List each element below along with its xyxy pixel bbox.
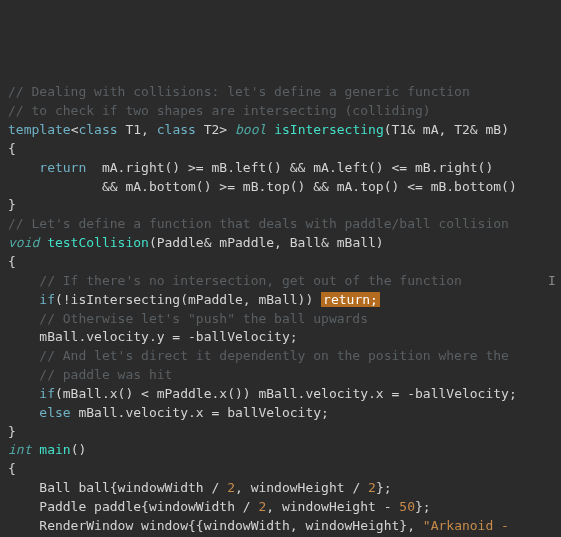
code-line: int main() [8, 441, 553, 460]
code-line: && mA.bottom() >= mB.top() && mA.top() <… [8, 178, 553, 197]
comment: // And let's direct it dependently on th… [8, 347, 553, 366]
code-line: void testCollision(Paddle& mPaddle, Ball… [8, 234, 553, 253]
code-line: else mBall.velocity.x = ballVelocity; [8, 404, 553, 423]
brace: { [8, 460, 553, 479]
comment: // paddle was hit [8, 366, 553, 385]
brace: } [8, 196, 553, 215]
code-line: mBall.velocity.y = -ballVelocity; [8, 328, 553, 347]
comment: // Otherwise let's "push" the ball upwar… [8, 310, 553, 329]
code-line: if(!isIntersecting(mPaddle, mBall)) retu… [8, 291, 553, 310]
code-line: return mA.right() >= mB.left() && mA.lef… [8, 159, 553, 178]
comment: // to check if two shapes are intersecti… [8, 102, 553, 121]
comment: // Dealing with collisions: let's define… [8, 83, 553, 102]
highlighted-return: return; [321, 292, 380, 307]
text-cursor: I [462, 273, 556, 288]
code-line: RenderWindow window{{windowWidth, window… [8, 517, 553, 536]
code-editor[interactable]: // Dealing with collisions: let's define… [8, 83, 553, 537]
code-line: Paddle paddle{windowWidth / 2, windowHei… [8, 498, 553, 517]
code-line: Ball ball{windowWidth / 2, windowHeight … [8, 479, 553, 498]
brace: } [8, 423, 553, 442]
comment: // Let's define a function that deals wi… [8, 215, 553, 234]
code-line: if(mBall.x() < mPaddle.x()) mBall.veloci… [8, 385, 553, 404]
code-line: template<class T1, class T2> bool isInte… [8, 121, 553, 140]
comment: // If there's no intersection, get out o… [8, 272, 553, 291]
brace: { [8, 253, 553, 272]
brace: { [8, 140, 553, 159]
